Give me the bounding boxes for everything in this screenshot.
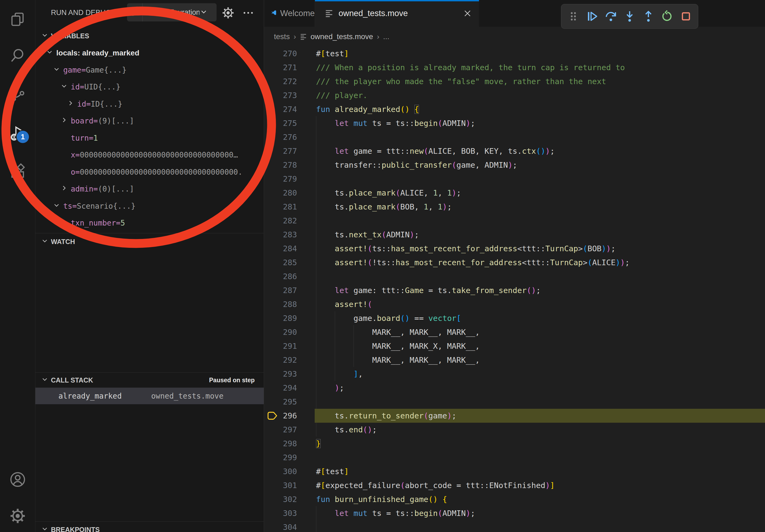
code-line[interactable]: 302fun burn_unfinished_game() {	[264, 492, 765, 506]
chevron-down-icon[interactable]	[61, 83, 68, 91]
code-line[interactable]: 293 ],	[264, 367, 765, 381]
breakpoint-gutter[interactable]	[264, 353, 279, 367]
chevron-right-icon[interactable]	[61, 184, 68, 193]
close-icon[interactable]	[463, 9, 472, 18]
stop-button[interactable]	[679, 9, 693, 23]
step-over-button[interactable]	[604, 9, 618, 23]
breakpoint-gutter[interactable]	[264, 367, 279, 381]
breadcrumb-more[interactable]: ...	[383, 32, 389, 41]
breakpoint-gutter[interactable]	[264, 256, 279, 269]
breakpoint-gutter[interactable]	[264, 450, 279, 464]
variable-row[interactable]: game = Game{...}	[35, 62, 264, 79]
chevron-down-icon[interactable]	[46, 49, 53, 57]
breakpoint-gutter[interactable]	[264, 242, 279, 256]
code-line[interactable]: 273/// player.	[264, 89, 765, 102]
code-line[interactable]: 279	[264, 172, 765, 186]
search-icon[interactable]	[9, 47, 26, 64]
breakpoint-gutter[interactable]	[264, 214, 279, 228]
tab-owned-tests-move[interactable]: owned_tests.move	[315, 0, 479, 27]
current-stackframe-icon[interactable]	[264, 409, 279, 423]
continue-button[interactable]	[585, 9, 599, 23]
code-line[interactable]: 299	[264, 450, 765, 464]
breakpoint-gutter[interactable]	[264, 75, 279, 89]
breakpoint-gutter[interactable]	[264, 381, 279, 395]
breakpoints-section-header[interactable]: BREAKPOINTS	[35, 522, 264, 532]
breakpoint-gutter[interactable]	[264, 311, 279, 325]
code-line[interactable]: 303 let mut ts = ts::begin(ADMIN);	[264, 506, 765, 520]
code-line[interactable]: 298}	[264, 437, 765, 450]
code-editor[interactable]: 270#[test]271/// When a position is alre…	[264, 47, 765, 532]
variable-row[interactable]: locals: already_marked	[35, 45, 264, 62]
code-line[interactable]: 294 );	[264, 381, 765, 395]
code-line[interactable]: 289 game.board() == vector[	[264, 311, 765, 325]
code-line[interactable]: 284 assert!(ts::has_most_recent_for_addr…	[264, 242, 765, 256]
chevron-down-icon[interactable]	[200, 8, 208, 17]
breakpoint-gutter[interactable]	[264, 283, 279, 297]
breakpoint-gutter[interactable]	[264, 437, 279, 450]
code-line[interactable]: 301#[expected_failure(abort_code = ttt::…	[264, 478, 765, 492]
breakpoint-gutter[interactable]	[264, 339, 279, 353]
code-line[interactable]: 287 let game: ttt::Game = ts.take_from_s…	[264, 283, 765, 297]
breakpoint-gutter[interactable]	[264, 200, 279, 214]
variable-row[interactable]: txn_number = 5	[35, 215, 264, 232]
code-line[interactable]: 283 ts.next_tx(ADMIN);	[264, 228, 765, 242]
code-line[interactable]: 296 ts.return_to_sender(game);	[264, 409, 765, 423]
breakpoint-gutter[interactable]	[264, 158, 279, 172]
code-line[interactable]: 282	[264, 214, 765, 228]
launch-configuration-control[interactable]: No Configurations	[127, 3, 217, 21]
breakpoint-gutter[interactable]	[264, 325, 279, 339]
chevron-down-icon[interactable]	[53, 202, 60, 210]
restart-button[interactable]	[660, 9, 674, 23]
settings-gear-icon[interactable]	[9, 507, 26, 524]
start-debug-play-icon[interactable]	[127, 3, 143, 21]
code-line[interactable]: 285 assert!(!ts::has_most_recent_for_add…	[264, 256, 765, 269]
code-line[interactable]: 271/// When a position is already marked…	[264, 61, 765, 75]
variable-row[interactable]: board = (9)[...]	[35, 113, 264, 130]
variable-row[interactable]: o = 00000000000000000000000000000000000.	[35, 164, 264, 181]
breakpoint-gutter[interactable]	[264, 47, 279, 61]
code-line[interactable]: 270#[test]	[264, 47, 765, 61]
variable-row[interactable]: turn = 1	[35, 130, 264, 147]
breakpoint-gutter[interactable]	[264, 520, 279, 532]
code-line[interactable]: 272/// the player who made the "false" m…	[264, 75, 765, 89]
chevron-right-icon[interactable]	[61, 117, 68, 126]
breakpoint-gutter[interactable]	[264, 297, 279, 311]
breakpoint-gutter[interactable]	[264, 464, 279, 478]
code-line[interactable]: 277 let game = ttt::new(ALICE, BOB, KEY,…	[264, 144, 765, 158]
launch-config-dropdown-label[interactable]: No Configurations	[146, 8, 200, 17]
extensions-icon[interactable]	[9, 163, 26, 180]
code-line[interactable]: 280 ts.place_mark(ALICE, 1, 1);	[264, 186, 765, 200]
variable-row[interactable]: ts = Scenario{...}	[35, 198, 264, 215]
breakpoint-gutter[interactable]	[264, 130, 279, 144]
variable-row[interactable]: admin = (0)[...]	[35, 180, 264, 198]
more-actions-ellipsis-icon[interactable]	[242, 8, 254, 18]
variables-section-header[interactable]: VARIABLES	[35, 28, 264, 44]
debug-settings-gear-icon[interactable]	[221, 6, 235, 20]
code-line[interactable]: 274fun already_marked() {	[264, 102, 765, 116]
chevron-right-icon[interactable]	[67, 100, 74, 109]
code-line[interactable]: 276	[264, 130, 765, 144]
variable-row[interactable]: x = 0000000000000000000000000000000000…	[35, 146, 264, 164]
code-line[interactable]: 286	[264, 269, 765, 283]
code-line[interactable]: 278 transfer::public_transfer(game, ADMI…	[264, 158, 765, 172]
variable-row[interactable]: id = ID{...}	[35, 96, 264, 113]
call-stack-frame-row[interactable]: already_markedowned_tests.move	[35, 388, 264, 404]
account-icon[interactable]	[9, 471, 26, 488]
code-line[interactable]: 291 MARK__, MARK_X, MARK__,	[264, 339, 765, 353]
breakpoint-gutter[interactable]	[264, 61, 279, 75]
explorer-icon[interactable]	[9, 11, 26, 28]
source-control-icon[interactable]	[9, 86, 26, 103]
tab-welcome[interactable]: Welcome	[264, 0, 315, 27]
call-stack-section-header[interactable]: CALL STACK Paused on step	[35, 373, 264, 388]
step-into-button[interactable]	[623, 9, 637, 23]
breakpoint-gutter[interactable]	[264, 116, 279, 130]
code-line[interactable]: 281 ts.place_mark(BOB, 1, 1);	[264, 200, 765, 214]
breakpoint-gutter[interactable]	[264, 269, 279, 283]
breakpoint-gutter[interactable]	[264, 144, 279, 158]
code-line[interactable]: 275 let mut ts = ts::begin(ADMIN);	[264, 116, 765, 130]
breakpoint-gutter[interactable]	[264, 395, 279, 409]
breakpoint-gutter[interactable]	[264, 506, 279, 520]
toolbar-gripper-icon[interactable]	[566, 9, 580, 23]
step-out-button[interactable]	[641, 9, 655, 23]
watch-section-header[interactable]: WATCH	[35, 233, 264, 250]
